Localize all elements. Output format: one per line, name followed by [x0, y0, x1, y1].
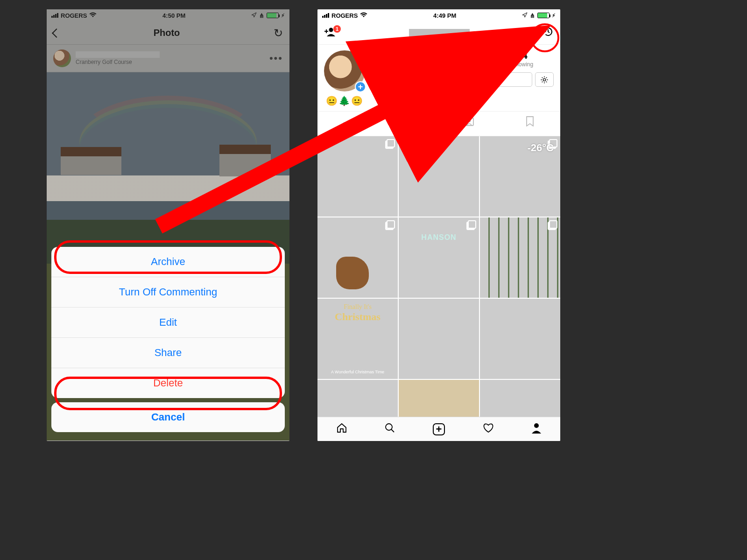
svg-point-6 [468, 120, 471, 122]
turn-off-commenting-option[interactable]: Turn Off Commenting [51, 277, 285, 308]
clock: 4:49 PM [433, 12, 456, 19]
bookmark-icon [526, 116, 534, 126]
location-services-icon [522, 12, 528, 19]
svg-point-0 [329, 28, 333, 32]
search-tab[interactable] [384, 422, 395, 436]
posts-grid: -26°C HANSON Finally It's Christmas A Wo… [317, 136, 560, 441]
battery-icon [537, 13, 550, 18]
share-option[interactable]: Share [51, 338, 285, 368]
profile-avatar[interactable]: + [324, 50, 365, 91]
multi-photo-icon [468, 220, 476, 229]
grid-icon [344, 122, 352, 131]
signal-icon [322, 13, 329, 18]
discover-people-button[interactable]: 1 [324, 27, 336, 39]
action-sheet: Archive Turn Off Commenting Edit Share D… [51, 247, 285, 436]
tab-list[interactable] [378, 112, 439, 136]
tab-tagged[interactable] [439, 112, 500, 136]
following-stat[interactable]: 24 following [512, 50, 534, 68]
home-tab[interactable] [336, 422, 347, 436]
wifi-icon [360, 12, 367, 19]
multi-photo-icon [387, 220, 395, 229]
add-story-button[interactable]: + [355, 81, 366, 92]
bottom-tab-bar: + [317, 417, 560, 441]
list-icon [403, 116, 414, 125]
profile-tabs [317, 111, 560, 136]
grid-post[interactable] [480, 299, 560, 379]
bluetooth-icon: ⋔ [530, 12, 535, 19]
notification-badge: 1 [333, 25, 341, 33]
grid-post[interactable]: Finally It's Christmas A Wonderful Chris… [317, 299, 398, 379]
posts-stat[interactable]: 396 posts [392, 50, 408, 68]
tagged-icon [464, 116, 474, 126]
edit-option[interactable]: Edit [51, 308, 285, 338]
tab-grid[interactable] [317, 112, 378, 136]
grid-post[interactable]: HANSON [399, 217, 479, 298]
status-bar: ROGERS 4:49 PM ⋔ ⚡︎ [317, 9, 560, 21]
grid-post[interactable] [317, 136, 398, 217]
profile-bio: 😐🌲😐 [317, 93, 560, 111]
svg-point-4 [403, 123, 404, 124]
archive-option[interactable]: Archive [51, 247, 285, 277]
charging-icon: ⚡︎ [552, 13, 556, 19]
grid-post[interactable] [399, 136, 479, 217]
activity-tab[interactable] [482, 422, 494, 436]
profile-header: + 396 posts 48 followers 24 following Ed… [317, 45, 560, 93]
cancel-button[interactable]: Cancel [51, 402, 285, 432]
multi-photo-icon [387, 139, 395, 147]
settings-button[interactable] [535, 72, 554, 87]
right-screenshot: ROGERS 4:49 PM ⋔ ⚡︎ 1 [317, 9, 560, 441]
svg-point-8 [534, 423, 539, 428]
grid-post[interactable] [317, 217, 398, 298]
carrier-label: ROGERS [331, 12, 358, 19]
grid-post[interactable] [399, 299, 479, 379]
edit-profile-button[interactable]: Edit Profile [372, 72, 532, 87]
archive-history-button[interactable] [543, 26, 554, 40]
grid-post[interactable]: -26°C [480, 136, 560, 217]
multi-photo-icon [549, 220, 557, 229]
profile-tab[interactable] [531, 422, 542, 436]
tab-saved[interactable] [500, 112, 560, 136]
svg-point-7 [386, 424, 392, 430]
svg-point-2 [403, 117, 404, 118]
grid-post[interactable] [480, 217, 560, 298]
svg-point-1 [543, 78, 545, 81]
left-screenshot: ROGERS 4:50 PM ⋔ ⚡︎ Photo ↻ Cranberry Go… [47, 9, 289, 441]
profile-username-redacted [409, 29, 470, 37]
delete-option[interactable]: Delete [51, 368, 285, 398]
profile-top-bar: 1 [317, 21, 560, 45]
svg-point-3 [403, 120, 404, 121]
new-post-tab[interactable]: + [433, 423, 445, 435]
followers-stat[interactable]: 48 followers [449, 50, 471, 68]
